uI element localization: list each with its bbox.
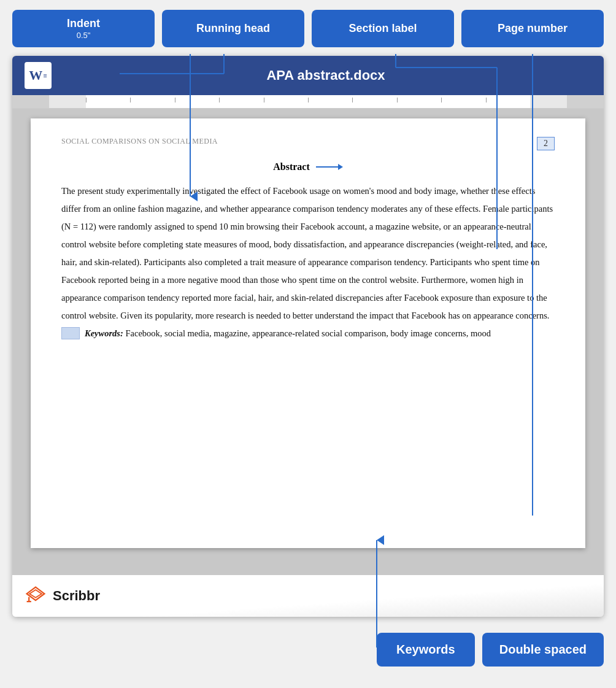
word-icon: W ≡ (25, 62, 52, 89)
page-number-label: Page number (498, 22, 568, 34)
ruler-tick (264, 98, 264, 102)
abstract-heading: Abstract (61, 161, 555, 172)
word-titlebar: W ≡ APA abstract.docx (12, 56, 604, 95)
ruler-tick (397, 98, 398, 102)
section-label-arrow-icon (316, 161, 343, 172)
svg-marker-1 (338, 164, 343, 170)
page-number-box: 2 (537, 137, 555, 150)
top-annotation-buttons: Indent 0.5" Running head Section label P… (0, 0, 616, 47)
ruler-tick (308, 98, 309, 102)
indent-label: Indent (67, 17, 100, 29)
running-head-button[interactable]: Running head (162, 10, 304, 47)
scribbr-name: Scribbr (53, 588, 100, 604)
abstract-body-text: The present study experimentally investi… (61, 182, 555, 325)
word-icon-lines: ≡ (43, 72, 47, 79)
ruler-tick (352, 98, 353, 102)
ruler (12, 95, 604, 109)
ruler-tick (130, 98, 131, 102)
double-spaced-button-label: Double spaced (499, 643, 587, 656)
page-number-button[interactable]: Page number (461, 10, 604, 47)
ruler-tick (486, 98, 487, 102)
ruler-inner (86, 95, 530, 108)
ruler-tick (219, 98, 220, 102)
scribbr-bar: Scribbr (12, 575, 604, 617)
word-filename: APA abstract.docx (60, 68, 591, 83)
ruler-tick (175, 98, 175, 102)
scribbr-logo-icon (25, 585, 47, 607)
ruler-gray-right (567, 95, 604, 108)
keywords-indent-box (61, 327, 80, 339)
double-spaced-button[interactable]: Double spaced (482, 633, 604, 667)
page-header: SOCIAL COMPARISONS ON SOCIAL MEDIA 2 (61, 137, 555, 150)
ruler-tick (86, 98, 87, 102)
keywords-label: Keywords: (85, 328, 123, 338)
keywords-value: Facebook, social media, magazine, appear… (125, 328, 490, 338)
indent-sublabel: 0.5" (23, 31, 144, 41)
keywords-text: Keywords: Facebook, social media, magazi… (85, 325, 555, 342)
running-head-label: Running head (196, 22, 270, 34)
abstract-heading-text: Abstract (273, 161, 310, 172)
ruler-gray-left (12, 95, 49, 108)
keywords-button-label: Keywords (396, 643, 455, 656)
page-sheet: SOCIAL COMPARISONS ON SOCIAL MEDIA 2 Abs… (31, 118, 585, 548)
word-icon-letter: W (29, 68, 42, 83)
section-label-button[interactable]: Section label (312, 10, 454, 47)
word-document: W ≡ APA abstract.docx SOCIAL COMPA (12, 56, 604, 617)
section-label-label: Section label (348, 22, 417, 34)
running-head-text: SOCIAL COMPARISONS ON SOCIAL MEDIA (61, 137, 218, 146)
ruler-tick (441, 98, 442, 102)
bottom-buttons: Keywords Double spaced (0, 623, 616, 676)
doc-page: SOCIAL COMPARISONS ON SOCIAL MEDIA 2 Abs… (12, 109, 604, 575)
keywords-button[interactable]: Keywords (377, 633, 475, 667)
keywords-line: Keywords: Facebook, social media, magazi… (61, 325, 555, 342)
indent-button[interactable]: Indent 0.5" (12, 10, 155, 47)
